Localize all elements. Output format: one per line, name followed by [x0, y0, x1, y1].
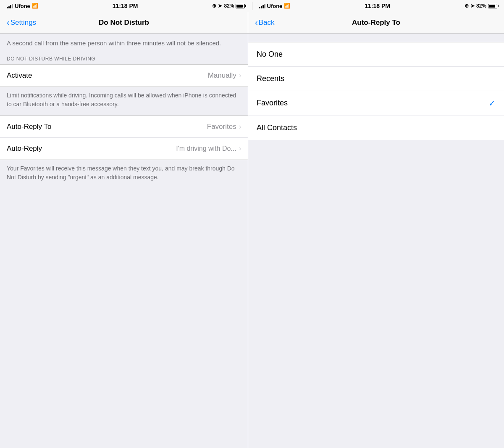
right-back-chevron-icon: ‹ [255, 18, 258, 27]
back-button[interactable]: ‹ Back [255, 18, 274, 27]
options-group: No One Recents Favorites ✓ All Contacts [248, 42, 504, 140]
left-time: 11:18 PM [113, 3, 138, 9]
auto-reply-to-label: Auto-Reply To [7, 123, 51, 131]
left-carrier: Ufone 📶 [7, 3, 38, 9]
left-wifi-icon: 📶 [32, 3, 38, 9]
left-signal-icon [7, 3, 13, 8]
auto-reply-value: I'm driving with Do... › [176, 145, 241, 152]
footer-text: Your Favorites will receive this message… [0, 160, 248, 189]
auto-reply-value-text: I'm driving with Do... [176, 145, 236, 152]
left-battery-text: 82% [224, 3, 234, 9]
driving-desc: Limit notifications while driving. Incom… [0, 87, 248, 115]
right-status-bar: Ufone 📶 11:18 PM ⊕ ➤ 82% [252, 0, 504, 12]
right-back-label: Back [259, 18, 275, 27]
right-status-icons: ⊕ ➤ 82% [465, 3, 497, 9]
auto-reply-row[interactable]: Auto-Reply I'm driving with Do... › [0, 138, 248, 160]
main-content: ‹ Settings Do Not Disturb A second call … [0, 12, 504, 448]
right-battery-text: 82% [476, 3, 486, 9]
auto-reply-to-row[interactable]: Auto-Reply To Favorites › [0, 116, 248, 138]
left-nav-title: Do Not Disturb [99, 18, 149, 27]
driving-section-header: DO NOT DISTURB WHILE DRIVING [0, 51, 248, 64]
right-battery-icon [488, 4, 497, 8]
left-nav-bar: ‹ Settings Do Not Disturb [0, 12, 248, 34]
right-carrier-text: Ufone [267, 3, 283, 9]
settings-back-button[interactable]: ‹ Settings [7, 18, 36, 27]
auto-reply-to-value-text: Favorites [207, 123, 236, 131]
activate-chevron-icon: › [239, 72, 241, 79]
auto-reply-chevron-icon: › [239, 145, 241, 152]
activate-group: Activate Manually › [0, 64, 248, 87]
auto-reply-label: Auto-Reply [7, 144, 42, 153]
repeat-call-text: A second call from the same person withi… [7, 39, 221, 47]
checkmark-icon: ✓ [488, 98, 496, 108]
option-favorites-label: Favorites [257, 99, 288, 107]
left-nav-icon: ➤ [218, 3, 222, 9]
right-wifi-icon: 📶 [284, 3, 290, 9]
left-battery-icon [236, 4, 245, 8]
activate-row[interactable]: Activate Manually › [0, 65, 248, 86]
left-location-icon: ⊕ [212, 3, 216, 9]
right-carrier: Ufone 📶 [259, 3, 291, 9]
right-panel: ‹ Back Auto-Reply To No One Recents Favo… [248, 12, 504, 448]
option-no-one-label: No One [257, 50, 283, 59]
left-status-icons: ⊕ ➤ 82% [212, 3, 245, 9]
right-location-icon: ⊕ [465, 3, 469, 9]
option-recents[interactable]: Recents [248, 67, 504, 91]
activate-value: Manually › [208, 71, 241, 80]
option-no-one[interactable]: No One [248, 42, 504, 67]
back-label: Settings [10, 18, 36, 27]
right-nav-title: Auto-Reply To [352, 18, 400, 27]
right-time: 11:18 PM [365, 3, 390, 9]
option-recents-label: Recents [257, 74, 284, 83]
left-status-bar: Ufone 📶 11:18 PM ⊕ ➤ 82% [0, 0, 252, 12]
right-signal-icon [259, 3, 265, 8]
right-nav-bar: ‹ Back Auto-Reply To [248, 12, 504, 34]
repeat-call-section: A second call from the same person withi… [0, 34, 248, 51]
activate-value-text: Manually [208, 71, 236, 80]
status-bar-row: Ufone 📶 11:18 PM ⊕ ➤ 82% Ufone 📶 11:18 P… [0, 0, 504, 12]
left-carrier-text: Ufone [15, 3, 30, 9]
auto-reply-to-value: Favorites › [207, 123, 241, 131]
auto-reply-group: Auto-Reply To Favorites › Auto-Reply I'm… [0, 115, 248, 160]
left-panel: ‹ Settings Do Not Disturb A second call … [0, 12, 248, 448]
option-all-contacts[interactable]: All Contacts [248, 115, 504, 140]
back-chevron-icon: ‹ [7, 18, 10, 27]
activate-label: Activate [7, 71, 32, 80]
option-all-contacts-label: All Contacts [257, 123, 297, 132]
auto-reply-to-chevron-icon: › [239, 123, 241, 131]
option-favorites[interactable]: Favorites ✓ [248, 91, 504, 115]
top-spacer [248, 34, 504, 42]
right-nav-icon: ➤ [470, 3, 475, 9]
